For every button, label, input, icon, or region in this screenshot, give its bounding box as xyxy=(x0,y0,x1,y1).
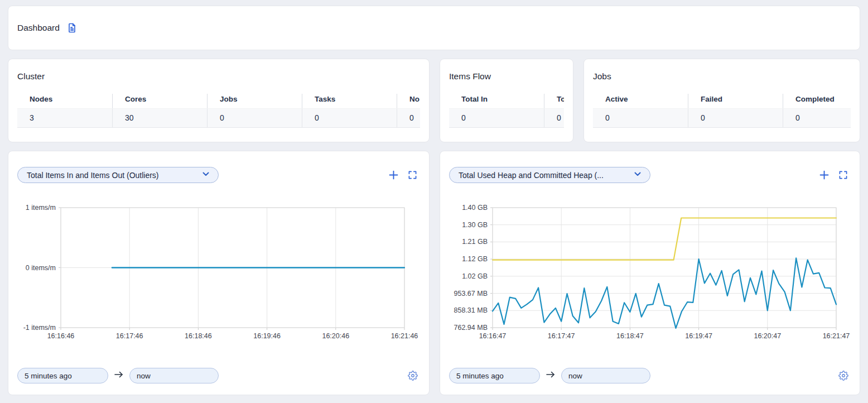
arrow-right-icon xyxy=(545,370,556,381)
items-flow-table: Total InTo 00 xyxy=(449,94,564,128)
svg-text:953.67 MB: 953.67 MB xyxy=(454,290,488,298)
chevron-down-icon xyxy=(633,170,642,180)
svg-text:16:19:46: 16:19:46 xyxy=(253,332,281,340)
stats-row: Cluster NodesCoresJobsTasksNo 330000 Ite… xyxy=(8,59,860,142)
stat-value: 0 xyxy=(688,109,783,127)
arrow-right-icon xyxy=(113,370,124,381)
svg-text:16:18:46: 16:18:46 xyxy=(185,332,212,340)
plus-icon[interactable] xyxy=(389,170,398,180)
metric-select-value: Total Items In and Items Out (Outliers) xyxy=(27,171,159,180)
jobs-card: Jobs ActiveFailedCompleted 000 xyxy=(584,59,860,142)
cluster-table: NodesCoresJobsTasksNo 330000 xyxy=(17,94,420,128)
card-title-items-flow: Items Flow xyxy=(449,71,564,81)
stat-column-header: Nodes xyxy=(17,94,112,108)
svg-text:16:20:47: 16:20:47 xyxy=(754,332,781,340)
table-header-row: ActiveFailedCompleted xyxy=(593,94,851,108)
stat-column-header: Cores xyxy=(112,94,207,108)
page-header-card: Dashboard xyxy=(8,6,860,50)
charts-row: Total Items In and Items Out (Outliers) … xyxy=(8,151,860,395)
table-header-row: NodesCoresJobsTasksNo xyxy=(17,94,420,108)
panel-header: Total Items In and Items Out (Outliers) xyxy=(17,167,420,183)
stat-value: 0 xyxy=(593,109,688,127)
stat-column-header: Completed xyxy=(783,94,851,108)
time-to-input[interactable] xyxy=(129,368,219,383)
panel-footer xyxy=(17,368,420,386)
stat-value: 0 xyxy=(544,109,564,127)
table-header-row: Total InTo xyxy=(449,94,564,108)
page-title: Dashboard xyxy=(17,23,60,33)
heap-chart-panel: Total Used Heap and Committed Heap (... … xyxy=(440,151,860,395)
panel-actions xyxy=(389,170,417,180)
metric-select-value: Total Used Heap and Committed Heap (... xyxy=(459,171,604,180)
svg-text:16:17:46: 16:17:46 xyxy=(116,332,143,340)
gear-icon[interactable] xyxy=(838,371,848,381)
stat-column-header: Tasks xyxy=(302,94,397,108)
svg-text:1.40 GB: 1.40 GB xyxy=(462,204,488,212)
stat-column-header: Failed xyxy=(688,94,783,108)
stat-value: 0 xyxy=(449,109,544,127)
svg-text:762.94 MB: 762.94 MB xyxy=(454,324,488,332)
svg-text:858.31 MB: 858.31 MB xyxy=(454,306,488,314)
stat-column-header: To xyxy=(544,94,564,108)
svg-text:16:17:47: 16:17:47 xyxy=(548,332,575,340)
time-from-input[interactable] xyxy=(449,368,540,383)
panel-footer xyxy=(449,368,851,386)
time-to-input[interactable] xyxy=(561,368,650,383)
svg-text:16:19:47: 16:19:47 xyxy=(685,332,712,340)
svg-text:1 items/m: 1 items/m xyxy=(26,204,56,212)
svg-text:1.12 GB: 1.12 GB xyxy=(462,255,488,263)
metric-select[interactable]: Total Items In and Items Out (Outliers) xyxy=(17,167,219,183)
file-text-icon[interactable] xyxy=(66,22,78,33)
plus-icon[interactable] xyxy=(819,170,829,180)
svg-text:-1 items/m: -1 items/m xyxy=(23,324,56,332)
metric-select[interactable]: Total Used Heap and Committed Heap (... xyxy=(449,167,650,183)
stat-column-header: Total In xyxy=(449,94,544,108)
svg-text:1.30 GB: 1.30 GB xyxy=(462,221,488,229)
panel-actions xyxy=(819,170,847,180)
card-title-jobs: Jobs xyxy=(593,71,851,81)
stat-value: 0 xyxy=(302,109,397,127)
dashboard-page: Dashboard Cluster NodesCoresJobsTasksNo … xyxy=(0,0,868,403)
stat-column-header: Jobs xyxy=(207,94,302,108)
jobs-table: ActiveFailedCompleted 000 xyxy=(593,94,851,128)
svg-text:16:16:46: 16:16:46 xyxy=(47,332,75,340)
stat-value: 30 xyxy=(112,109,207,127)
stat-value: 0 xyxy=(207,109,302,127)
heap-chart: 1.40 GB1.30 GB1.21 GB1.12 GB1.02 GB953.6… xyxy=(449,202,853,343)
svg-text:16:21:47: 16:21:47 xyxy=(823,332,850,340)
svg-text:16:16:47: 16:16:47 xyxy=(479,332,507,340)
svg-text:1.21 GB: 1.21 GB xyxy=(462,238,488,246)
gear-icon[interactable] xyxy=(408,371,418,381)
panel-header: Total Used Heap and Committed Heap (... xyxy=(449,167,851,183)
stat-value: 0 xyxy=(397,109,420,127)
table-value-row: 000 xyxy=(593,108,851,128)
table-value-row: 330000 xyxy=(17,108,420,128)
stat-column-header: No xyxy=(397,94,420,108)
items-flow-card: Items Flow Total InTo 00 xyxy=(440,59,573,142)
stat-column-header: Active xyxy=(593,94,688,108)
stat-value: 3 xyxy=(17,109,112,127)
fullscreen-icon[interactable] xyxy=(839,171,847,179)
stat-value: 0 xyxy=(783,109,851,127)
svg-text:1.02 GB: 1.02 GB xyxy=(462,272,488,280)
fullscreen-icon[interactable] xyxy=(408,171,417,179)
time-from-input[interactable] xyxy=(17,368,108,383)
chevron-down-icon xyxy=(201,170,210,180)
svg-text:0 items/m: 0 items/m xyxy=(26,264,56,272)
svg-text:16:20:46: 16:20:46 xyxy=(322,332,349,340)
items-flow-chart: 1 items/m0 items/m-1 items/m16:16:4616:1… xyxy=(17,202,421,343)
table-value-row: 00 xyxy=(449,108,564,128)
svg-text:16:21:46: 16:21:46 xyxy=(391,332,418,340)
items-chart-panel: Total Items In and Items Out (Outliers) … xyxy=(8,151,430,395)
card-title-cluster: Cluster xyxy=(17,71,420,81)
svg-text:16:18:47: 16:18:47 xyxy=(616,332,644,340)
cluster-card: Cluster NodesCoresJobsTasksNo 330000 xyxy=(8,59,430,142)
